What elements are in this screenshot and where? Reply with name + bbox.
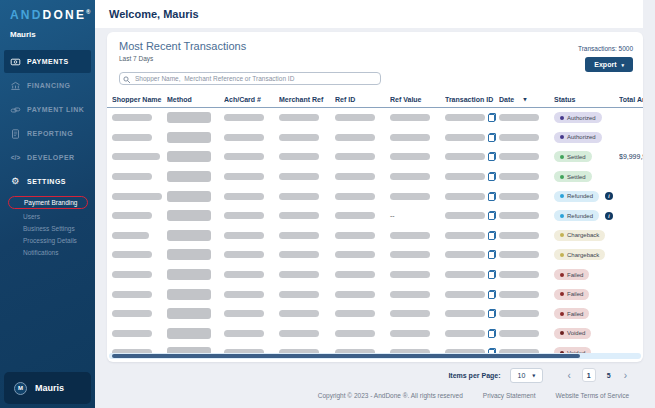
sidebar-item-payments[interactable]: PAYMENTS (4, 50, 91, 73)
table-row[interactable]: Failed $ (107, 304, 643, 324)
horizontal-scrollbar-thumb[interactable] (112, 354, 580, 358)
placeholder-pill (224, 291, 264, 298)
copy-icon[interactable] (488, 309, 496, 318)
table-row[interactable]: Chargeback (107, 226, 643, 246)
placeholder-pill (499, 134, 539, 141)
export-label: Export (594, 61, 616, 68)
sidebar-item-settings[interactable]: ⚙ SETTINGS (4, 170, 91, 193)
placeholder-pill (224, 330, 264, 337)
status-label: Failed (567, 272, 583, 278)
shopper-name-cell (112, 251, 167, 258)
status-badge: Failed (554, 269, 589, 280)
column-header-status[interactable]: Status (554, 96, 619, 103)
placeholder-pill (445, 134, 485, 141)
column-header-transaction-id[interactable]: Transaction ID (445, 96, 499, 103)
table-row[interactable]: -- Refunded i (107, 206, 643, 226)
ref-id-cell (335, 232, 390, 239)
column-header-method[interactable]: Method (167, 96, 224, 103)
copy-icon[interactable] (488, 172, 496, 181)
merchant-ref-cell (279, 153, 335, 160)
sort-caret-icon[interactable]: ▼ (523, 97, 526, 102)
placeholder-pill (335, 153, 375, 160)
page-size-select[interactable]: 10 ▼ (510, 368, 544, 383)
table-row[interactable]: Chargeback $ (107, 245, 643, 265)
transaction-id-cell (445, 270, 499, 279)
submenu-item-notifications[interactable]: Notifications (0, 246, 95, 258)
copy-icon[interactable] (488, 329, 496, 338)
ref-id-cell (335, 114, 390, 121)
settings-submenu: Payment Branding Users Business Settings… (0, 196, 95, 258)
column-header-shopper-name[interactable]: Shopper Name (112, 96, 167, 103)
privacy-statement-link[interactable]: Privacy Statement (483, 392, 536, 399)
ref-value-cell (390, 114, 445, 121)
status-cell: Settled (554, 171, 619, 182)
date-header-label: Date (499, 96, 514, 103)
placeholder-pill (390, 173, 430, 180)
submenu-item-processing-details[interactable]: Processing Details (0, 234, 95, 246)
terms-of-service-link[interactable]: Website Terms of Service (556, 392, 629, 399)
sidebar-item-financing[interactable]: FINANCING (4, 74, 91, 97)
copy-icon[interactable] (488, 290, 496, 299)
next-page-button[interactable]: › (622, 370, 629, 381)
last-page-button[interactable]: 5 (605, 372, 613, 379)
submenu-item-users[interactable]: Users (0, 210, 95, 222)
table-row[interactable]: Settled $ (107, 167, 643, 187)
pagination: Items per Page: 10 ▼ ‹ 1 5 › (107, 363, 643, 387)
ref-value-cell: -- (390, 212, 445, 219)
column-header-date[interactable]: Date ▼ (499, 96, 554, 103)
placeholder-pill (335, 212, 375, 219)
copy-icon[interactable] (488, 250, 496, 259)
table-row[interactable]: Authorized $ (107, 128, 643, 148)
ref-value-cell (390, 271, 445, 278)
payment-link-icon (10, 105, 21, 115)
placeholder-pill (167, 112, 211, 123)
search-input[interactable] (119, 72, 381, 85)
ref-value-cell (390, 291, 445, 298)
sidebar-item-payment-link[interactable]: PAYMENT LINK (4, 98, 91, 121)
anddone-logo: ANDDONE® (0, 0, 95, 22)
copy-icon[interactable] (488, 270, 496, 279)
table-row[interactable]: Authorized (107, 108, 643, 128)
placeholder-pill (279, 251, 319, 258)
info-icon[interactable]: i (605, 212, 613, 220)
copy-icon[interactable] (488, 113, 496, 122)
table-row[interactable]: Settled $9,999,99 (107, 147, 643, 167)
status-badge: Authorized (554, 132, 602, 143)
placeholder-pill (499, 330, 539, 337)
table-row[interactable]: Failed (107, 265, 643, 285)
placeholder-pill (445, 330, 485, 337)
copy-icon[interactable] (488, 133, 496, 142)
sidebar-item-reporting[interactable]: REPORTING (4, 122, 91, 145)
copy-icon[interactable] (488, 152, 496, 161)
table-row[interactable]: Failed $ (107, 284, 643, 304)
status-dot-icon (560, 155, 564, 159)
column-header-total-amount[interactable]: Total Am (619, 96, 643, 103)
copy-icon[interactable] (488, 192, 496, 201)
table-row[interactable]: Voided $ (107, 324, 643, 344)
placeholder-pill (499, 114, 539, 121)
submenu-item-payment-branding[interactable]: Payment Branding (8, 196, 88, 209)
horizontal-scrollbar-track[interactable] (109, 353, 641, 359)
column-header-merchant-ref[interactable]: Merchant Ref (279, 96, 335, 103)
info-icon[interactable]: i (605, 192, 613, 200)
column-header-ref-value[interactable]: Ref Value (390, 96, 445, 103)
column-header-ach-card[interactable]: Ach/Card # (224, 96, 279, 103)
current-page-button[interactable]: 1 (582, 368, 596, 382)
placeholder-pill (279, 291, 319, 298)
submenu-item-business-settings[interactable]: Business Settings (0, 222, 95, 234)
copy-icon[interactable] (488, 211, 496, 220)
prev-page-button[interactable]: ‹ (565, 370, 572, 381)
placeholder-pill (167, 230, 211, 241)
ref-id-cell (335, 193, 390, 200)
profile-box[interactable]: M Mauris (4, 372, 91, 404)
export-button[interactable]: Export ▾ (585, 57, 633, 72)
sidebar-item-developer[interactable]: </> DEVELOPER (4, 146, 91, 169)
table-row[interactable]: Refunded i $ (107, 186, 643, 206)
placeholder-pill (224, 251, 264, 258)
date-cell (499, 271, 554, 278)
column-header-ref-id[interactable]: Ref ID (335, 96, 390, 103)
placeholder-pill (279, 232, 319, 239)
status-dot-icon (560, 312, 564, 316)
copy-icon[interactable] (488, 231, 496, 240)
placeholder-pill (335, 330, 375, 337)
